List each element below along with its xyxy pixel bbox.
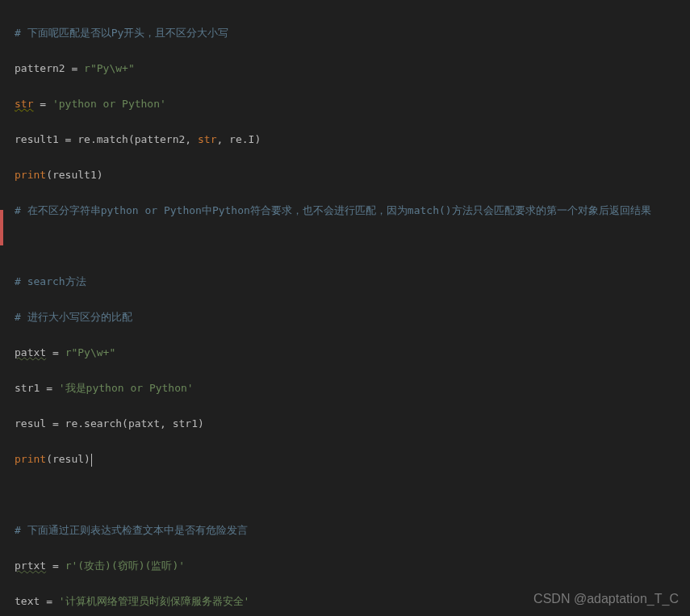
code-line: # 下面通过正则表达式检查文本中是否有危险发言 (15, 522, 675, 539)
comment: # 下面呢匹配是否以Py开头，且不区分大小写 (15, 27, 228, 39)
comment: # search方法 (15, 275, 86, 287)
comment: # 在不区分字符串python or Python中Python符合要求，也不会… (15, 204, 651, 216)
blank-line (15, 237, 675, 255)
code-line: pattern2 = r"Py\w+" (15, 60, 675, 78)
code-line: # 下面呢匹配是否以Py开头，且不区分大小写 (15, 24, 675, 42)
code-line: str1 = '我是python or Python' (15, 379, 675, 397)
code-line: print(result1) (15, 166, 675, 184)
code-line: str = 'python or Python' (15, 95, 675, 113)
code-line: prtxt = r'(攻击)(窃听)(监听)' (15, 557, 675, 575)
code-line: result1 = re.match(pattern2, str, re.I) (15, 131, 675, 149)
print-call: print (15, 169, 46, 181)
code-line: patxt = r"Py\w+" (15, 344, 675, 362)
comment: # 下面通过正则表达式检查文本中是否有危险发言 (15, 524, 248, 536)
code-line: # search方法 (15, 273, 675, 291)
gutter (0, 0, 3, 616)
print-call: print (15, 453, 46, 465)
code-line: print(resul) (15, 450, 675, 468)
code-line: # 在不区分字符串python or Python中Python符合要求，也不会… (15, 202, 675, 220)
builtin-str: str (15, 98, 33, 110)
code-editor[interactable]: # 下面呢匹配是否以Py开头，且不区分大小写 pattern2 = r"Py\w… (0, 0, 690, 616)
code-line: resul = re.search(patxt, str1) (15, 415, 675, 433)
blank-line (15, 486, 675, 504)
comment: # 进行大小写区分的比配 (15, 311, 132, 323)
watermark: CSDN @adaptation_T_C (533, 590, 679, 608)
code-line: # 进行大小写区分的比配 (15, 308, 675, 326)
text-cursor (91, 454, 92, 467)
